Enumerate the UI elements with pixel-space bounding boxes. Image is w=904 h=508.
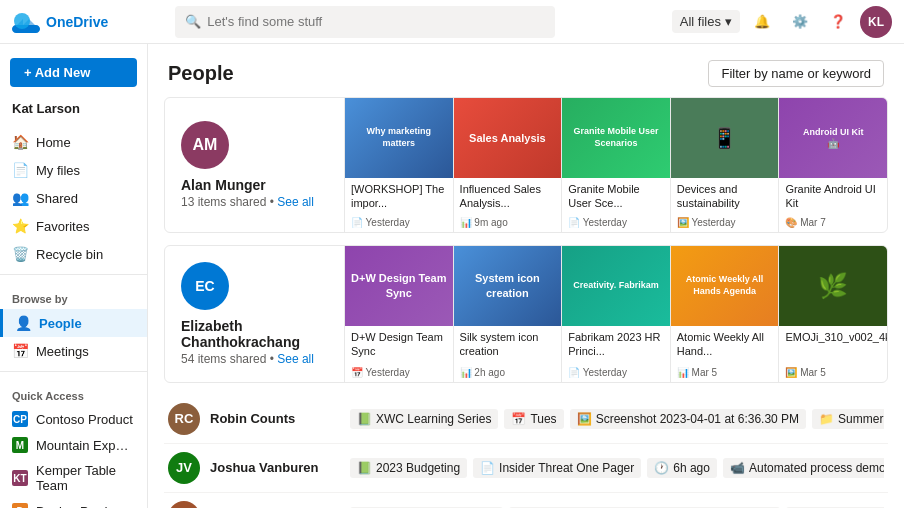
file-thumb[interactable]: Why marketing matters [WORKSHOP] The imp… (345, 98, 454, 232)
sidebar-item-people[interactable]: 👤 People (0, 309, 147, 337)
files-filter[interactable]: All files ▾ (672, 10, 740, 33)
excel-icon: 📗 (357, 461, 372, 475)
sidebar-item-recycle[interactable]: 🗑️ Recycle bin (0, 240, 147, 268)
search-icon: 🔍 (185, 14, 201, 29)
thumb-meta: 📊 Mar 5 (671, 365, 779, 382)
thumb-label: D+W Design Team Sync (345, 326, 453, 365)
person-name-elizabeth: Elizabeth Chanthokrachang (181, 318, 328, 350)
qa-contoso[interactable]: CP Contoso Product (0, 406, 147, 432)
thumb-image: Creativity. Fabrikam (562, 246, 670, 326)
page-title: People (168, 62, 234, 85)
sidebar-item-favorites[interactable]: ⭐ Favorites (0, 212, 147, 240)
top-nav: OneDrive 🔍 All files ▾ 🔔 ⚙️ ❓ KL (0, 0, 904, 44)
tag-label: Automated process demo reel (749, 461, 884, 475)
sidebar-item-shared[interactable]: 👥 Shared (0, 184, 147, 212)
thumb-image: Atomic Weekly All Hands Agenda (671, 246, 779, 326)
qa-mountain[interactable]: M Mountain Expansion... (0, 432, 147, 458)
tag-label: Summer retreat team photos (838, 412, 884, 426)
thumb-image: System icon creation (454, 246, 562, 326)
sidebar-item-my-files[interactable]: 📄 My files (0, 156, 147, 184)
file-thumb[interactable]: 🌿 EMOJi_310_v002_4k_1035 🖼️ Mar 5 (779, 246, 887, 382)
thumb-image: Granite Mobile User Scenarios (562, 98, 670, 178)
file-tag[interactable]: 📁Summer retreat team photos (812, 409, 884, 429)
filter-button[interactable]: Filter by name or keyword (708, 60, 884, 87)
person-meta-alan: 13 items shared • See all (181, 195, 328, 209)
tag-label: Insider Threat One Pager (499, 461, 634, 475)
user-avatar[interactable]: KL (860, 6, 892, 38)
help-button[interactable]: ❓ (822, 6, 854, 38)
calendar-icon: 📅 (511, 412, 526, 426)
file-tag[interactable]: 📗2023 Budgeting (350, 458, 467, 478)
person-name-alan: Alan Munger (181, 177, 328, 193)
file-tag[interactable]: 📹Automated process demo reel (723, 458, 884, 478)
file-tag[interactable]: 🕐6h ago (647, 458, 717, 478)
add-new-button[interactable]: + Add New (10, 58, 137, 87)
settings-button[interactable]: ⚙️ (784, 6, 816, 38)
folder-icon: 📁 (819, 412, 834, 426)
file-tag[interactable]: 🖼️Screenshot 2023-04-01 at 6:36.30 PM (570, 409, 806, 429)
sidebar-username: Kat Larson (0, 93, 147, 128)
see-all-alan[interactable]: See all (277, 195, 314, 209)
thumb-image: Sales Analysis (454, 98, 562, 178)
sidebar: + Add New Kat Larson 🏠 Home 📄 My files 👥… (0, 44, 148, 508)
qa-kemper[interactable]: KT Kemper Table Team (0, 458, 147, 498)
people-list: RC Robin Counts 📗XWC Learning Series 📅Tu… (148, 395, 904, 508)
qa-contoso-label: Contoso Product (36, 412, 133, 427)
file-tag[interactable]: 📅Tues (504, 409, 563, 429)
file-thumb[interactable]: Atomic Weekly All Hands Agenda Atomic We… (671, 246, 780, 382)
person-card-elizabeth: EC Elizabeth Chanthokrachang 54 items sh… (164, 245, 888, 383)
app-logo[interactable]: OneDrive (12, 11, 112, 33)
search-input[interactable] (207, 14, 545, 29)
person-info-elizabeth[interactable]: EC Elizabeth Chanthokrachang 54 items sh… (165, 246, 345, 382)
thumb-meta: 🖼️ Yesterday (671, 215, 779, 232)
avatar-alan: AM (181, 121, 229, 169)
file-tag[interactable]: 📗XWC Learning Series (350, 409, 498, 429)
person-info-alan[interactable]: AM Alan Munger 13 items shared • See all (165, 98, 345, 232)
search-bar[interactable]: 🔍 (175, 6, 555, 38)
chevron-down-icon: ▾ (725, 14, 732, 29)
person-row[interactable]: MK Mona Kane 📗Granite Web UI Toolkit 📅20… (164, 493, 888, 508)
qa-design-label: Design Prod (36, 504, 108, 509)
file-tag[interactable]: 📄Insider Threat One Pager (473, 458, 641, 478)
file-thumb[interactable]: Sales Analysis Influenced Sales Analysis… (454, 98, 563, 232)
sidebar-item-home[interactable]: 🏠 Home (0, 128, 147, 156)
sidebar-item-label: Home (36, 135, 71, 150)
file-thumb[interactable]: Android UI Kit🤖 Granite Android UI Kit 🎨… (779, 98, 887, 232)
bell-icon: 🔔 (754, 14, 770, 29)
person-row[interactable]: JV Joshua Vanburen 📗2023 Budgeting 📄Insi… (164, 444, 888, 493)
thumb-label: [WORKSHOP] The impor... (345, 178, 453, 215)
thumb-label: Devices and sustainability (671, 178, 779, 215)
person-files-alan: Why marketing matters [WORKSHOP] The imp… (345, 98, 887, 232)
thumb-image: Android UI Kit🤖 (779, 98, 887, 178)
thumb-image: D+W Design Team Sync (345, 246, 453, 326)
person-row[interactable]: RC Robin Counts 📗XWC Learning Series 📅Tu… (164, 395, 888, 444)
file-tags: 📗XWC Learning Series 📅Tues 🖼️Screenshot … (350, 409, 884, 429)
avatar-joshua: JV (168, 452, 200, 484)
thumb-image: 🌿 (779, 246, 887, 326)
qa-design-icon: D (12, 503, 28, 508)
qa-design[interactable]: D Design Prod (0, 498, 147, 508)
file-thumb[interactable]: System icon creation Silk system icon cr… (454, 246, 563, 382)
qa-mountain-icon: M (12, 437, 28, 453)
thumb-meta: 📊 2h ago (454, 365, 562, 382)
avatar-robin: RC (168, 403, 200, 435)
bell-button[interactable]: 🔔 (746, 6, 778, 38)
files-filter-label: All files (680, 14, 721, 29)
file-thumb[interactable]: Granite Mobile User Scenarios Granite Mo… (562, 98, 671, 232)
clock-icon: 🕐 (654, 461, 669, 475)
app-name: OneDrive (46, 14, 108, 30)
tag-label: 6h ago (673, 461, 710, 475)
shared-icon: 👥 (12, 190, 28, 206)
sidebar-item-meetings[interactable]: 📅 Meetings (0, 337, 147, 365)
page-header: People Filter by name or keyword (148, 44, 904, 97)
qa-kemper-icon: KT (12, 470, 28, 486)
person-row-name: Robin Counts (210, 411, 340, 426)
person-meta-elizabeth: 54 items shared • See all (181, 352, 328, 366)
home-icon: 🏠 (12, 134, 28, 150)
file-thumb[interactable]: 📱 Devices and sustainability 🖼️ Yesterda… (671, 98, 780, 232)
file-thumb[interactable]: D+W Design Team Sync D+W Design Team Syn… (345, 246, 454, 382)
see-all-elizabeth[interactable]: See all (277, 352, 314, 366)
sidebar-item-label: My files (36, 163, 80, 178)
nav-actions: All files ▾ 🔔 ⚙️ ❓ KL (672, 6, 892, 38)
file-thumb[interactable]: Creativity. Fabrikam Fabrikam 2023 HR Pr… (562, 246, 671, 382)
